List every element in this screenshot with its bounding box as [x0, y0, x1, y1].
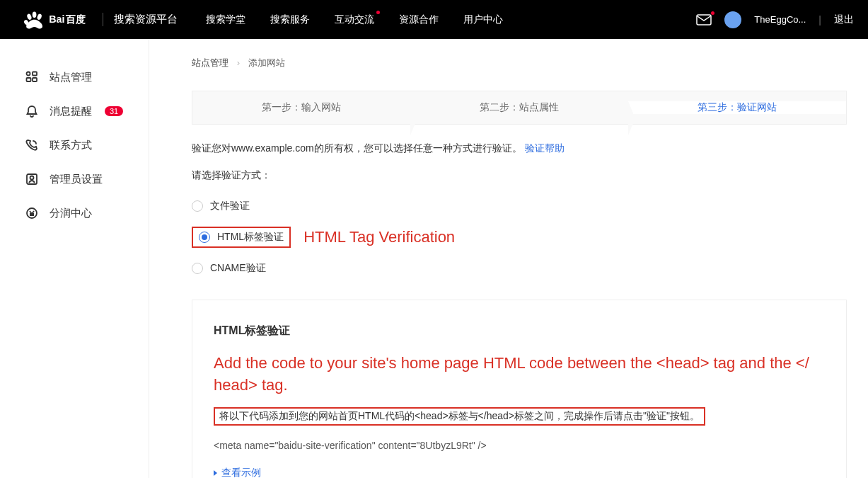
sidebar-item-label: 站点管理 — [50, 71, 92, 84]
svg-rect-8 — [33, 72, 37, 76]
message-badge: 31 — [105, 106, 123, 116]
header-right: TheEggCo... | 退出 — [696, 11, 854, 28]
step-1: 第一步：输入网站 — [192, 101, 410, 114]
radio-file-verify[interactable]: 文件验证 — [192, 193, 847, 220]
annotation-text: HTML Tag Verification — [303, 228, 455, 246]
panel-instruction-highlight: 将以下代码添加到您的网站首页HTML代码的<head>标签与</head>标签之… — [214, 407, 705, 426]
sidebar-item-label: 联系方式 — [50, 139, 92, 152]
radio-html-verify[interactable]: HTML标签验证 HTML Tag Verification — [192, 220, 847, 255]
svg-point-12 — [30, 176, 34, 180]
svg-rect-6 — [697, 15, 711, 25]
header-divider: | — [818, 14, 821, 25]
nav-item-service[interactable]: 搜索服务 — [270, 13, 310, 26]
view-example-link[interactable]: 查看示例 — [214, 467, 261, 478]
username-label[interactable]: TheEggCo... — [754, 14, 806, 25]
svg-text:Bai: Bai — [49, 13, 64, 24]
svg-rect-9 — [27, 78, 31, 81]
panel-title: HTML标签验证 — [214, 318, 290, 338]
sidebar-item-revenue[interactable]: 分润中心 — [25, 196, 149, 230]
svg-point-2 — [37, 13, 42, 20]
breadcrumb-parent[interactable]: 站点管理 — [192, 57, 228, 68]
step-2: 第二步：站点属性 — [410, 101, 628, 114]
mail-icon[interactable] — [696, 14, 712, 25]
avatar[interactable] — [724, 11, 741, 28]
choose-method-label: 请选择验证方式： — [192, 169, 847, 182]
admin-icon — [25, 172, 39, 186]
svg-text:百度: 百度 — [65, 13, 86, 24]
panel-annotation: Add the code to your site's home page HT… — [214, 353, 825, 397]
verify-instruction: 验证您对www.example.com的所有权，您可以选择任意一种方式进行验证。… — [192, 142, 847, 155]
grid-icon — [25, 70, 39, 84]
baidu-logo: Bai 百度 — [21, 8, 92, 31]
sidebar-item-label: 消息提醒 — [50, 105, 92, 118]
svg-point-7 — [27, 72, 30, 76]
radio-label: HTML标签验证 — [217, 231, 284, 244]
step-indicator: 第一步：输入网站 第二步：站点属性 第三步：验证网站 — [192, 91, 847, 125]
sidebar-item-label: 分润中心 — [50, 207, 92, 220]
main-nav: 搜索学堂 搜索服务 互动交流 资源合作 用户中心 — [206, 13, 503, 26]
main-content: 站点管理 › 添加网站 第一步：输入网站 第二步：站点属性 第三步：验证网站 验… — [149, 39, 868, 478]
sidebar: 站点管理 消息提醒 31 联系方式 管理员设置 分润中心 — [0, 39, 149, 478]
verify-method-radios: 文件验证 HTML标签验证 HTML Tag Verification CNAM… — [192, 193, 847, 282]
sidebar-item-admin[interactable]: 管理员设置 — [25, 162, 149, 196]
step-3: 第三步：验证网站 — [628, 101, 846, 114]
sidebar-item-contact[interactable]: 联系方式 — [25, 128, 149, 162]
logo-area[interactable]: Bai 百度 搜索资源平台 — [21, 8, 178, 31]
logout-link[interactable]: 退出 — [834, 13, 854, 26]
nav-item-user-center[interactable]: 用户中心 — [463, 13, 503, 26]
sidebar-item-messages[interactable]: 消息提醒 31 — [25, 94, 149, 128]
chevron-right-icon: › — [237, 57, 240, 68]
coin-icon — [25, 206, 39, 220]
radio-icon — [199, 232, 210, 243]
radio-label: 文件验证 — [210, 200, 250, 212]
nav-item-partnership[interactable]: 资源合作 — [399, 13, 439, 26]
breadcrumb-current: 添加网站 — [248, 57, 285, 68]
breadcrumb: 站点管理 › 添加网站 — [192, 57, 847, 69]
example-link-label: 查看示例 — [221, 467, 261, 478]
sidebar-item-label: 管理员设置 — [50, 173, 103, 186]
top-header: Bai 百度 搜索资源平台 搜索学堂 搜索服务 互动交流 资源合作 用户中心 T… — [0, 0, 868, 39]
annotation-highlight-box: HTML标签验证 — [192, 227, 291, 248]
radio-icon — [192, 263, 203, 274]
help-link[interactable]: 验证帮助 — [525, 142, 565, 154]
sidebar-item-sites[interactable]: 站点管理 — [25, 60, 149, 94]
meta-tag-code: <meta name="baidu-site-verification" con… — [214, 440, 825, 451]
svg-point-0 — [26, 13, 32, 20]
nav-item-academy[interactable]: 搜索学堂 — [206, 13, 245, 26]
nav-item-community[interactable]: 互动交流 — [335, 13, 374, 26]
radio-label: CNAME验证 — [210, 262, 266, 275]
svg-point-1 — [33, 11, 37, 18]
phone-icon — [25, 138, 39, 152]
radio-cname-verify[interactable]: CNAME验证 — [192, 255, 847, 282]
bell-icon — [25, 104, 39, 118]
instruction-text: 验证您对www.example.com的所有权，您可以选择任意一种方式进行验证。 — [192, 142, 522, 154]
html-verify-panel: HTML标签验证 Add the code to your site's hom… — [192, 300, 847, 478]
platform-label: 搜索资源平台 — [103, 13, 178, 26]
radio-icon — [192, 200, 203, 212]
svg-rect-10 — [33, 78, 37, 81]
triangle-right-icon — [214, 470, 217, 476]
